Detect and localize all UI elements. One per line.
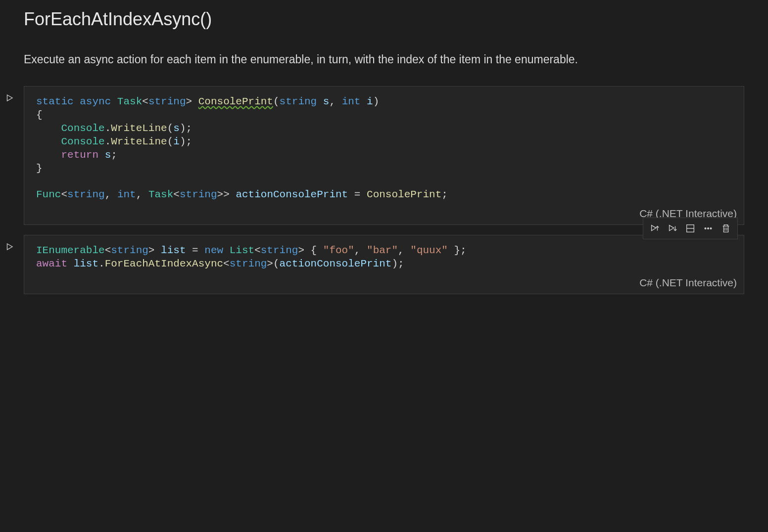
- cell-language-label: C# (.NET Interactive): [24, 274, 744, 294]
- code-cell-wrapper: static async Task<string> ConsolePrint(s…: [24, 86, 744, 225]
- more-button[interactable]: [700, 220, 717, 237]
- cell-toolbar: [643, 218, 738, 239]
- svg-point-6: [705, 228, 706, 229]
- code-editor[interactable]: IEnumerable<string> list = new List<stri…: [24, 235, 744, 274]
- svg-point-7: [708, 228, 709, 229]
- description: Execute an async action for each item in…: [24, 51, 744, 67]
- code-cell[interactable]: static async Task<string> ConsolePrint(s…: [24, 86, 744, 225]
- execute-below-button[interactable]: [664, 220, 681, 237]
- run-cell-button[interactable]: [3, 92, 15, 104]
- page-title: ForEachAtIndexAsync(): [24, 9, 744, 30]
- code-cell-wrapper: IEnumerable<string> list = new List<stri…: [24, 235, 744, 294]
- execute-above-button[interactable]: [646, 220, 663, 237]
- svg-marker-1: [7, 244, 13, 250]
- svg-point-8: [710, 228, 712, 229]
- split-cell-button[interactable]: [682, 220, 699, 237]
- cell-language-label: C# (.NET Interactive): [24, 205, 744, 224]
- code-cell[interactable]: IEnumerable<string> list = new List<stri…: [24, 235, 744, 294]
- delete-button[interactable]: [718, 220, 734, 237]
- svg-marker-0: [7, 95, 13, 101]
- svg-marker-3: [670, 225, 674, 231]
- run-cell-button[interactable]: [3, 241, 15, 253]
- svg-marker-2: [652, 225, 656, 231]
- code-editor[interactable]: static async Task<string> ConsolePrint(s…: [24, 87, 744, 205]
